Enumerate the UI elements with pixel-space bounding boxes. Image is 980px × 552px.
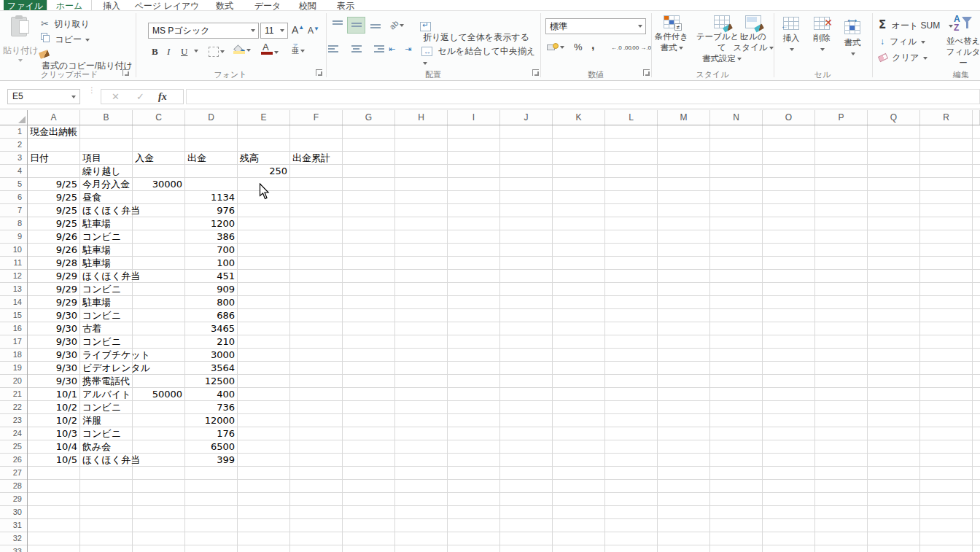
cell-B9[interactable]: コンビニ bbox=[80, 230, 121, 244]
cell-B20[interactable]: 携帯電話代 bbox=[80, 375, 130, 388]
cell-A12[interactable]: 9/29 bbox=[28, 270, 80, 283]
column-header-K[interactable]: K bbox=[553, 110, 605, 125]
column-header-A[interactable]: A bbox=[28, 110, 80, 125]
merge-center-button[interactable]: セルを結合して中央揃え bbox=[421, 45, 540, 68]
column-header-I[interactable]: I bbox=[448, 110, 500, 125]
cell-D19[interactable]: 3564 bbox=[185, 362, 238, 375]
wrap-text-button[interactable]: 折り返して全体を表示する bbox=[420, 21, 540, 44]
cell-B23[interactable]: 洋服 bbox=[80, 414, 101, 427]
merge-center-dropdown-arrow[interactable] bbox=[423, 62, 427, 67]
cell-D20[interactable]: 12500 bbox=[185, 375, 238, 388]
cell-B13[interactable]: コンビニ bbox=[80, 283, 121, 296]
tab-formulas[interactable]: 数式 bbox=[203, 0, 246, 11]
currency-format-button[interactable] bbox=[547, 42, 564, 52]
cell-A13[interactable]: 9/29 bbox=[28, 283, 80, 296]
formula-bar-splitter[interactable]: ⋮ bbox=[88, 88, 96, 93]
cell-A22[interactable]: 10/2 bbox=[28, 401, 80, 414]
underline-button[interactable]: U bbox=[181, 46, 187, 58]
cell-D25[interactable]: 6500 bbox=[185, 440, 238, 454]
tab-page-layout[interactable]: ページ レイアウト bbox=[131, 0, 203, 11]
italic-button[interactable]: I bbox=[167, 46, 170, 58]
column-header-J[interactable]: J bbox=[500, 110, 553, 125]
number-dialog-launcher[interactable] bbox=[643, 69, 650, 76]
tab-insert[interactable]: 挿入 bbox=[92, 0, 131, 11]
cell-B10[interactable]: 駐車場 bbox=[80, 244, 111, 257]
row-header-8[interactable]: 8 bbox=[0, 217, 27, 230]
cells-area[interactable]: 現金出納帳日付項目入金出金残高出金累計繰り越し2509/25今月分入金30000… bbox=[28, 125, 980, 552]
cell-A15[interactable]: 9/30 bbox=[28, 309, 80, 322]
cell-F3[interactable]: 出金累計 bbox=[290, 152, 330, 165]
row-header-17[interactable]: 17 bbox=[0, 335, 27, 349]
cell-C21[interactable]: 50000 bbox=[133, 388, 185, 401]
cell-D3[interactable]: 出金 bbox=[185, 152, 206, 165]
phonetic-button[interactable]: ア 亜 bbox=[292, 43, 305, 55]
row-header-23[interactable]: 23 bbox=[0, 414, 27, 427]
cell-A24[interactable]: 10/3 bbox=[28, 427, 80, 440]
underline-dropdown-arrow[interactable] bbox=[194, 50, 198, 55]
format-cells-button[interactable]: ⟷ 書式 bbox=[838, 17, 867, 59]
align-right-button[interactable] bbox=[366, 42, 384, 58]
cell-B21[interactable]: アルバイト料 bbox=[80, 388, 131, 401]
cell-E3[interactable]: 残高 bbox=[238, 152, 259, 165]
cell-B25[interactable]: 飲み会 bbox=[80, 440, 111, 454]
formula-input[interactable] bbox=[186, 89, 980, 104]
cell-B22[interactable]: コンビニ bbox=[80, 401, 121, 414]
column-header-N[interactable]: N bbox=[710, 110, 763, 125]
cell-D15[interactable]: 686 bbox=[185, 309, 238, 322]
cell-B11[interactable]: 駐車場 bbox=[80, 257, 111, 270]
fill-color-button[interactable] bbox=[233, 44, 251, 55]
cell-A18[interactable]: 9/30 bbox=[28, 349, 80, 362]
cell-B17[interactable]: コンビニ bbox=[80, 335, 121, 349]
cut-button[interactable]: ✂ 切り取り bbox=[41, 18, 90, 31]
cell-D16[interactable]: 3465 bbox=[185, 322, 238, 335]
row-header-26[interactable]: 26 bbox=[0, 454, 27, 467]
align-middle-button[interactable] bbox=[347, 17, 365, 34]
column-header-R[interactable]: R bbox=[920, 110, 973, 125]
tab-file[interactable]: ファイル bbox=[4, 0, 47, 11]
cell-D21[interactable]: 400 bbox=[185, 388, 238, 401]
cell-A9[interactable]: 9/26 bbox=[28, 230, 80, 244]
cell-A5[interactable]: 9/25 bbox=[28, 178, 80, 191]
clear-dropdown-arrow[interactable] bbox=[923, 57, 928, 62]
column-header-O[interactable]: O bbox=[763, 110, 815, 125]
insert-cells-button[interactable]: ← 挿入 bbox=[777, 17, 806, 55]
delete-cells-button[interactable]: ✕ 削除 bbox=[807, 17, 836, 55]
row-header-18[interactable]: 18 bbox=[0, 349, 27, 362]
row-header-32[interactable]: 32 bbox=[0, 532, 27, 545]
row-header-5[interactable]: 5 bbox=[0, 178, 27, 191]
row-header-7[interactable]: 7 bbox=[0, 204, 27, 217]
row-header-21[interactable]: 21 bbox=[0, 388, 27, 401]
cell-C5[interactable]: 30000 bbox=[133, 178, 185, 191]
cell-D24[interactable]: 176 bbox=[185, 427, 238, 440]
select-all-corner[interactable] bbox=[0, 110, 28, 125]
fill-button[interactable]: ↓ フィル bbox=[880, 36, 925, 48]
column-header-M[interactable]: M bbox=[658, 110, 710, 125]
paste-dropdown-arrow[interactable] bbox=[18, 59, 23, 64]
cell-A11[interactable]: 9/28 bbox=[28, 257, 80, 270]
row-header-9[interactable]: 9 bbox=[0, 230, 27, 244]
sort-filter-button[interactable]: AZ 並べ替え フィルター bbox=[942, 14, 980, 69]
column-header-L[interactable]: L bbox=[605, 110, 658, 125]
cell-B19[interactable]: ビデオレンタル bbox=[80, 362, 150, 375]
format-dropdown-arrow[interactable] bbox=[851, 53, 855, 58]
cell-B3[interactable]: 項目 bbox=[80, 152, 101, 165]
column-header-E[interactable]: E bbox=[238, 110, 290, 125]
row-header-4[interactable]: 4 bbox=[0, 165, 27, 178]
decrease-indent-button[interactable]: ⇤ bbox=[389, 44, 395, 54]
cell-C3[interactable]: 入金 bbox=[133, 152, 154, 165]
cell-B24[interactable]: コンビニ bbox=[80, 427, 121, 440]
row-header-6[interactable]: 6 bbox=[0, 191, 27, 204]
fill-dropdown-arrow[interactable] bbox=[921, 41, 925, 46]
row-header-27[interactable]: 27 bbox=[0, 467, 27, 480]
cell-A16[interactable]: 9/30 bbox=[28, 322, 80, 335]
paste-button[interactable]: 貼り付け bbox=[1, 14, 36, 71]
column-header-D[interactable]: D bbox=[185, 110, 238, 125]
cell-B15[interactable]: コンビニ bbox=[80, 309, 121, 322]
row-header-15[interactable]: 15 bbox=[0, 309, 27, 322]
cell-B7[interactable]: ほくほく弁当 bbox=[80, 204, 140, 217]
align-center-button[interactable] bbox=[347, 42, 365, 58]
cell-D26[interactable]: 399 bbox=[185, 454, 238, 467]
column-header-Q[interactable]: Q bbox=[868, 110, 920, 125]
alignment-dialog-launcher[interactable] bbox=[532, 69, 539, 76]
cell-A21[interactable]: 10/1 bbox=[28, 388, 80, 401]
